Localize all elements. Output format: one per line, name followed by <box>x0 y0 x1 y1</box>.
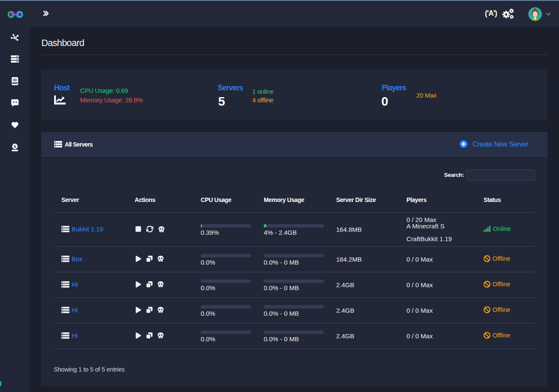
svg-text:$: $ <box>14 144 16 149</box>
